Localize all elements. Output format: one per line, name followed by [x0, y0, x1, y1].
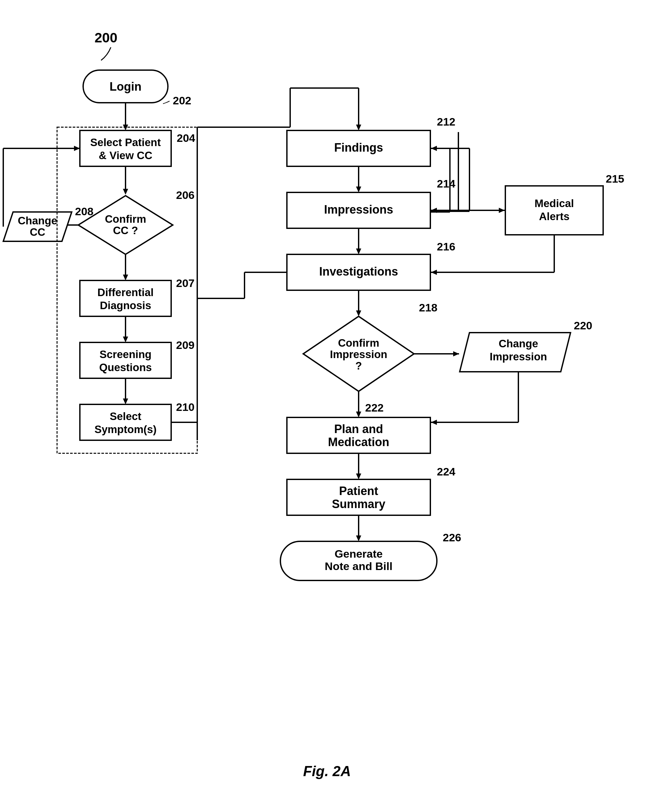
node-id-218: 218 [419, 301, 437, 314]
change-impression-label: Change [498, 338, 538, 350]
confirm-cc-label: Confirm [105, 213, 147, 225]
select-symptoms-label2: Symptom(s) [95, 423, 157, 435]
screening-label: Screening [99, 348, 151, 360]
node-id-212: 212 [437, 115, 455, 128]
plan-med-label: Plan and [334, 422, 383, 436]
generate-note-label: Generate [335, 547, 382, 560]
node-id-210: 210 [176, 401, 195, 413]
select-symptoms-label: Select [110, 410, 141, 422]
login-label: Login [110, 80, 142, 93]
confirm-impression-label3: ? [355, 360, 362, 372]
medical-alerts-label: Medical [534, 197, 574, 209]
select-patient-label2: & View CC [99, 149, 152, 161]
node-id-214: 214 [437, 177, 455, 190]
plan-med-label2: Medication [328, 435, 389, 449]
generate-note-label2: Note and Bill [325, 560, 393, 572]
impressions-label: Impressions [324, 203, 393, 216]
node-id-206: 206 [176, 189, 195, 201]
node-id-220: 220 [574, 319, 592, 332]
node-id-215: 215 [606, 173, 624, 185]
diagram-ref: 200 [95, 30, 118, 45]
change-cc-label: Change [18, 214, 57, 226]
confirm-impression-label2: Impression [330, 348, 387, 360]
node-id-222: 222 [365, 401, 384, 414]
change-impression-label2: Impression [490, 350, 547, 362]
patient-summary-label2: Summary [332, 497, 385, 511]
findings-label: Findings [334, 141, 383, 154]
patient-summary-label: Patient [339, 484, 378, 498]
screening-label2: Questions [99, 361, 151, 373]
diagram-container: 200 Login 202 Select Patient & View CC 2… [0, 0, 654, 812]
change-cc-label2: CC [30, 226, 45, 238]
node-id-216: 216 [437, 240, 455, 253]
node-id-202: 202 [173, 94, 191, 107]
diff-diag-label2: Diagnosis [100, 299, 151, 312]
node-id-226: 226 [443, 531, 461, 544]
investigations-label: Investigations [319, 265, 398, 278]
node-id-204: 204 [177, 132, 195, 144]
fig-label: Fig. 2A [303, 763, 351, 779]
node-id-209: 209 [176, 339, 195, 351]
select-patient-label: Select Patient [90, 136, 161, 148]
diff-diag-label: Differential [98, 286, 154, 298]
confirm-cc-label2: CC ? [113, 224, 138, 236]
medical-alerts-label2: Alerts [539, 210, 570, 222]
node-id-208: 208 [75, 205, 93, 217]
node-id-207: 207 [176, 277, 195, 289]
confirm-impression-label: Confirm [338, 337, 379, 349]
node-id-224: 224 [437, 465, 455, 478]
